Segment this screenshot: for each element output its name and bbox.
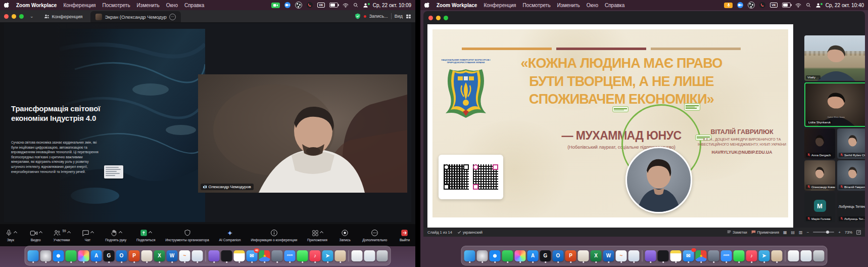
contacts-dock-icon[interactable] [141,250,153,261]
close-window-button[interactable] [428,16,433,20]
stocks-chart-dock-icon[interactable]: ~ [179,250,190,261]
participant-tile[interactable]: Serhil Ryliev CHITE S... [837,128,865,159]
obs-menubar-icon[interactable] [295,2,302,9]
user-switch-icon[interactable] [815,3,821,8]
mic-in-use-indicator[interactable] [724,3,733,8]
toolbar-record-button[interactable]: Запись [337,229,353,242]
zoom-dock-icon[interactable]: zoom [284,250,296,261]
preview-app-dock-icon[interactable] [708,250,719,261]
view-layout-icon[interactable] [406,14,411,19]
tab-meeting-home[interactable]: Конференция [39,10,88,22]
zoom-in-button[interactable]: + [838,230,841,235]
garmin-connect-dock-icon[interactable]: G [540,250,551,261]
menubar-app-name[interactable]: Zoom Workplace [16,3,57,8]
notes-button[interactable]: Заметки [727,230,747,235]
speaker-video-tile[interactable]: Олександр Чемодуров [198,74,407,193]
outlook-dock-icon[interactable]: O [116,250,127,261]
toolbar-mic-button[interactable]: Звук [3,229,18,242]
participant-tile[interactable]: Anna Dergach [804,128,835,159]
participant-tile[interactable]: MМарія Голева [804,192,835,223]
excel-dock-icon[interactable]: X [591,250,602,261]
music-dock-icon[interactable]: ♪ [310,250,321,261]
app-store-dock-icon[interactable]: A [527,250,539,261]
menu-item-5[interactable]: Справка [184,3,204,8]
toolbar-chat-button[interactable]: Чат [80,229,95,242]
camera-in-use-indicator[interactable] [271,3,280,8]
minimize-window-button[interactable] [12,14,16,19]
speaker-email[interactable]: HAVRYLYUK@NUBIP.EDU.UA [695,150,788,155]
viber-dock-icon[interactable] [645,250,656,261]
iphone-mirroring-dock-icon[interactable] [629,250,640,261]
dark-utility-dock-icon[interactable] [658,250,669,261]
photos-dock-icon[interactable] [515,250,526,261]
finder-dock-icon[interactable] [464,250,475,261]
mail-dock-icon[interactable]: ✉40 [247,250,258,261]
word-dock-icon[interactable]: W [603,250,614,261]
toolbar-ai-companion-button[interactable]: ✦AI Companion [219,229,241,242]
chevron-up-icon[interactable] [149,231,152,235]
call-menubar-icon[interactable] [307,2,313,8]
telegram-dock-icon[interactable]: ➤ [759,250,770,261]
downloads-folder-dock-icon[interactable] [801,250,812,261]
fullscreen-window-button[interactable] [19,14,24,19]
zoom-menubar-icon[interactable] [284,2,291,8]
notes-dock-icon[interactable] [670,250,682,261]
toolbar-raise-hand-button[interactable]: Поднять руку [105,229,126,242]
excel-dock-icon[interactable]: X [154,250,165,261]
photos-dock-icon[interactable] [78,250,89,261]
garmin-connect-dock-icon[interactable]: G [104,250,115,261]
downloads-folder-dock-icon[interactable] [364,250,375,261]
toolbar-camera-button[interactable]: Видео [28,229,43,242]
chevron-down-icon[interactable]: ⌄ [30,14,34,19]
participant-tile[interactable]: Олександр Ковальчук [804,160,835,191]
toolbar-more-button[interactable]: Дополнительно [362,229,387,242]
toolbar-leave-button[interactable]: Выйти [397,229,412,242]
apple-menu-icon[interactable] [4,2,10,9]
vk-menubar-icon[interactable]: VK [317,3,324,8]
slide-counter[interactable]: Слайд 1 из 14 [427,230,452,235]
recording-status[interactable]: Запись... [369,14,388,19]
menu-item-5[interactable]: Справка [605,3,624,8]
zoom-dock-icon[interactable]: zoom [721,250,732,261]
safari-dock-icon[interactable] [53,250,64,261]
powerpoint-dock-icon[interactable]: P [565,250,576,261]
notes-dock-icon[interactable] [234,250,245,261]
menu-item-2[interactable]: Посмотреть [522,3,550,8]
zoom-slider[interactable] [813,232,834,233]
close-window-button[interactable] [4,14,9,19]
trash-dock-icon[interactable] [377,250,388,261]
apple-menu-icon[interactable] [424,2,430,9]
view-button[interactable]: Вид [395,14,403,19]
toolbar-host-tools-button[interactable]: Инструменты организатора [165,229,209,242]
chevron-up-icon[interactable] [320,231,323,235]
normal-view-icon[interactable]: ▦ [783,230,787,235]
menu-item-1[interactable]: Конференция [63,3,95,8]
tab-screen-share[interactable]: Экран (Олександр Чемодур ⋯ [90,11,180,22]
viber-dock-icon[interactable] [209,250,220,261]
zoom-out-button[interactable]: − [807,230,809,235]
spotlight-search-icon[interactable] [806,3,811,8]
menu-item-4[interactable]: Окно [166,3,178,8]
vk-menubar-icon[interactable]: VK [770,3,777,8]
participant-tile[interactable]: Calvin Klein JeansLidiia Shynkaruk [804,82,865,127]
word-dock-icon[interactable]: W [167,250,178,261]
contacts-dock-icon[interactable] [578,250,589,261]
wifi-icon[interactable] [795,3,801,8]
clipboard-notes-dock-icon[interactable] [771,250,783,261]
call-menubar-icon[interactable] [759,2,765,8]
facetime-dock-icon[interactable] [502,250,513,261]
battery-icon[interactable] [782,3,791,8]
minimize-window-button[interactable] [436,16,441,20]
menubar-app-name[interactable]: Zoom Workplace [437,3,477,8]
comments-button[interactable]: Примечания [751,230,779,235]
toolbar-share-screen-button[interactable]: Поделиться [136,229,156,242]
iphone-mirroring-dock-icon[interactable] [192,250,203,261]
music-dock-icon[interactable]: ♪ [746,250,757,261]
wifi-icon[interactable] [343,3,349,8]
menubar-clock[interactable]: Ср, 22 окт. 10:09 [373,3,411,8]
menu-item-4[interactable]: Окно [587,3,598,8]
menubar-clock[interactable]: Ср, 22 окт. 10:40 [826,3,864,8]
menu-item-3[interactable]: Изменить [557,3,580,8]
menu-item-1[interactable]: Конференция [484,3,516,8]
safari-dock-icon[interactable] [490,250,501,261]
